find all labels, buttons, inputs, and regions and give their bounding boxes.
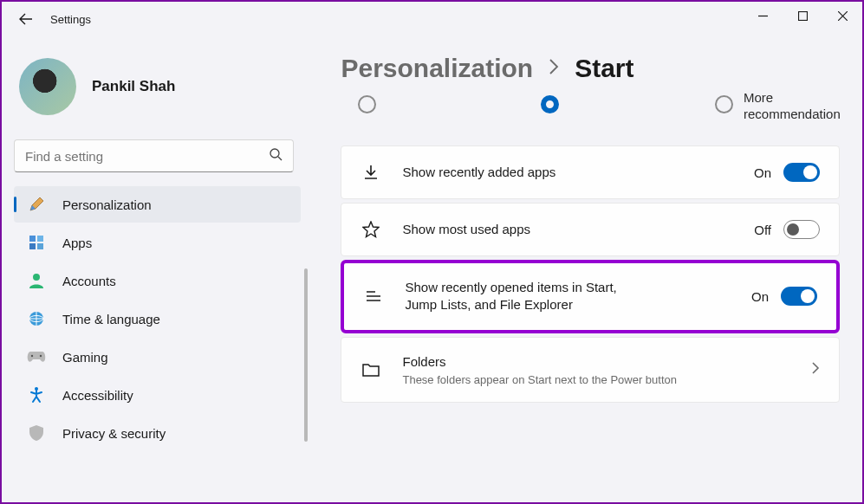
radio-icon bbox=[715, 95, 733, 113]
setting-most-used: Show most used apps Off bbox=[341, 203, 840, 256]
sidebar-item-accounts[interactable]: Accounts bbox=[14, 262, 301, 299]
brush-icon bbox=[26, 194, 47, 215]
toggle-state-label: On bbox=[751, 289, 769, 304]
chevron-right-icon bbox=[811, 361, 820, 378]
breadcrumb-parent[interactable]: Personalization bbox=[341, 54, 533, 83]
breadcrumb-current: Start bbox=[575, 54, 633, 83]
sidebar-item-label: Apps bbox=[62, 236, 92, 250]
radio-more-recs[interactable]: More recommendations bbox=[715, 94, 828, 123]
user-name: Pankil Shah bbox=[92, 78, 175, 95]
accessibility-icon bbox=[26, 384, 47, 405]
layout-radio-group: Default More recommendations bbox=[341, 94, 840, 145]
gamepad-icon bbox=[26, 346, 47, 367]
minimize-button[interactable] bbox=[743, 2, 783, 29]
setting-title: Show recently opened items in Start, Jum… bbox=[405, 279, 630, 314]
toggle-switch[interactable] bbox=[783, 163, 820, 182]
sidebar-item-label: Accounts bbox=[62, 274, 116, 288]
avatar bbox=[19, 58, 76, 115]
sidebar-item-personalization[interactable]: Personalization bbox=[14, 186, 301, 223]
svg-rect-0 bbox=[798, 11, 807, 20]
sidebar-item-label: Gaming bbox=[62, 350, 108, 365]
svg-point-9 bbox=[31, 355, 33, 357]
svg-rect-2 bbox=[29, 236, 36, 242]
radio-icon-checked bbox=[541, 95, 559, 113]
search-input[interactable] bbox=[14, 139, 294, 172]
toggle-switch[interactable] bbox=[783, 220, 820, 239]
setting-recent-items: Show recently opened items in Start, Jum… bbox=[341, 260, 840, 333]
svg-point-6 bbox=[33, 274, 40, 281]
radio-more-pins[interactable] bbox=[358, 94, 376, 113]
profile-section[interactable]: Pankil Shah bbox=[14, 36, 306, 132]
person-icon bbox=[26, 270, 47, 291]
svg-point-10 bbox=[40, 355, 42, 357]
setting-recently-added: Show recently added apps On bbox=[341, 145, 840, 199]
download-icon bbox=[361, 162, 381, 183]
setting-title: Show most used apps bbox=[402, 221, 733, 238]
sidebar-item-label: Time & language bbox=[62, 312, 160, 326]
list-icon bbox=[363, 286, 384, 307]
toggle-state-label: On bbox=[754, 165, 771, 180]
breadcrumb: Personalization Start bbox=[341, 36, 840, 99]
svg-rect-3 bbox=[37, 236, 43, 242]
svg-rect-5 bbox=[37, 243, 43, 249]
search-icon bbox=[269, 147, 283, 165]
sidebar-item-label: Accessibility bbox=[62, 388, 133, 403]
setting-title: Show recently added apps bbox=[402, 164, 733, 181]
folder-icon bbox=[361, 359, 381, 380]
sidebar-item-time-language[interactable]: Time & language bbox=[14, 300, 301, 337]
sidebar-scrollbar[interactable] bbox=[304, 268, 308, 442]
radio-default[interactable]: Default bbox=[541, 94, 611, 113]
sidebar-item-accessibility[interactable]: Accessibility bbox=[14, 377, 301, 413]
sidebar-item-gaming[interactable]: Gaming bbox=[14, 339, 301, 375]
radio-label: More recommendations bbox=[744, 94, 840, 123]
globe-clock-icon bbox=[26, 308, 47, 329]
setting-folders[interactable]: Folders These folders appear on Start ne… bbox=[341, 337, 840, 403]
app-title: Settings bbox=[50, 13, 91, 26]
shield-icon bbox=[26, 423, 47, 443]
setting-title: Folders bbox=[402, 353, 790, 371]
search-field[interactable] bbox=[25, 149, 269, 164]
svg-point-1 bbox=[270, 149, 279, 158]
apps-icon bbox=[26, 232, 47, 253]
maximize-button[interactable] bbox=[783, 2, 822, 29]
radio-icon bbox=[358, 95, 376, 113]
svg-rect-4 bbox=[29, 243, 36, 249]
chevron-right-icon bbox=[549, 58, 559, 79]
sidebar-item-privacy[interactable]: Privacy & security bbox=[14, 415, 301, 451]
setting-subtitle: These folders appear on Start next to th… bbox=[402, 373, 790, 386]
back-button[interactable] bbox=[19, 12, 33, 26]
star-icon bbox=[361, 219, 381, 240]
sidebar-item-label: Privacy & security bbox=[62, 426, 166, 441]
sidebar-item-label: Personalization bbox=[62, 197, 152, 212]
close-button[interactable] bbox=[822, 2, 862, 29]
toggle-state-label: Off bbox=[754, 223, 771, 237]
toggle-switch[interactable] bbox=[781, 287, 817, 306]
sidebar-item-apps[interactable]: Apps bbox=[14, 224, 301, 261]
